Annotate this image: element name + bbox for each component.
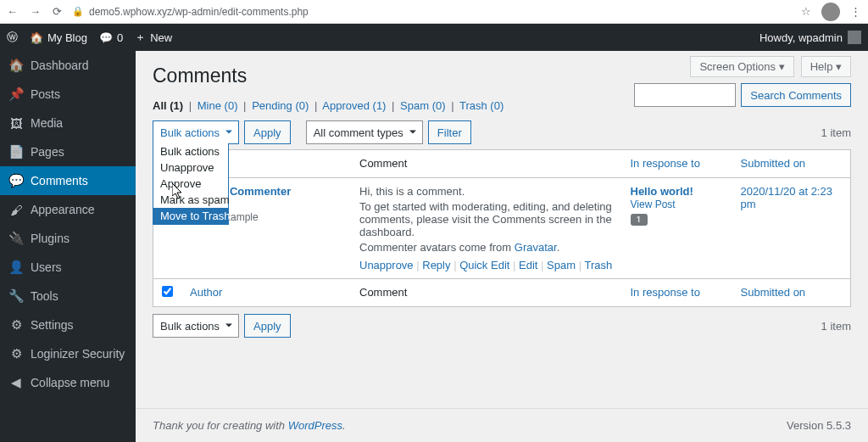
users-icon: 👤 <box>8 260 24 275</box>
wp-link[interactable]: WordPress <box>288 419 342 432</box>
bulk-option-unapprove[interactable]: Unapprove <box>153 159 228 176</box>
settings-icon: ⚙ <box>8 317 24 333</box>
col-comment[interactable]: Comment <box>351 150 622 178</box>
posts-icon: 📌 <box>8 87 24 102</box>
sidebar-item-comments[interactable]: 💬Comments <box>0 166 136 195</box>
select-all-bottom[interactable] <box>162 286 173 297</box>
action-reply[interactable]: Reply <box>422 259 450 271</box>
bulk-option-approve[interactable]: Approve <box>153 176 228 192</box>
sidebar-item-posts[interactable]: 📌Posts <box>0 80 136 109</box>
sidebar-item-tools[interactable]: 🔧Tools <box>0 282 136 311</box>
screen-options-button[interactable]: Screen Options ▾ <box>690 56 793 77</box>
collapse-icon: ◀ <box>8 375 24 390</box>
filter-pending[interactable]: Pending (0) <box>252 99 309 112</box>
sidebar-item-pages[interactable]: 📄Pages <box>0 137 136 166</box>
admin-footer: Thank you for creating with WordPress. V… <box>136 408 868 442</box>
user-avatar[interactable] <box>848 31 861 44</box>
comments-bubble[interactable]: 💬 0 <box>99 31 123 44</box>
sidebar-item-plugins[interactable]: 🔌Plugins <box>0 224 136 253</box>
content-area: Screen Options ▾ Help ▾ Comments Search … <box>136 51 868 442</box>
profile-icon[interactable] <box>821 3 840 21</box>
action-spam[interactable]: Spam <box>547 259 576 271</box>
filter-approved[interactable]: Approved (1) <box>322 99 386 112</box>
action-quickedit[interactable]: Quick Edit <box>459 259 509 271</box>
comments-table: Author Comment In response to Submitted … <box>153 149 851 307</box>
back-icon[interactable]: ← <box>7 5 18 18</box>
sidebar-item-settings[interactable]: ⚙Settings <box>0 311 136 339</box>
sidebar-item-media[interactable]: 🖼Media <box>0 109 136 137</box>
site-link[interactable]: 🏠 My Blog <box>30 31 87 44</box>
plugins-icon: 🔌 <box>8 231 24 246</box>
help-button[interactable]: Help ▾ <box>801 56 851 77</box>
comment-text-2: To get started with moderating, editing,… <box>359 200 614 238</box>
col-author-foot[interactable]: Author <box>181 279 351 307</box>
comment-text-3: Commenter avatars come from Gravatar. <box>359 241 614 254</box>
reload-icon[interactable]: ⟳ <box>53 5 62 18</box>
bulk-actions-dropdown: Bulk actions Unapprove Approve Mark as s… <box>153 143 229 225</box>
items-count-top: 1 item <box>821 126 851 139</box>
apply-button-top[interactable]: Apply <box>244 120 291 144</box>
sidebar-item-users[interactable]: 👤Users <box>0 253 136 282</box>
filter-all[interactable]: All (1) <box>153 99 183 112</box>
filter-button[interactable]: Filter <box>428 120 471 144</box>
pages-icon: 📄 <box>8 144 24 159</box>
apply-button-bottom[interactable]: Apply <box>244 314 291 338</box>
browser-bar: ← → ⟳ 🔒 demo5.wphow.xyz/wp-admin/edit-co… <box>0 0 868 24</box>
filter-trash[interactable]: Trash (0) <box>459 99 504 112</box>
media-icon: 🖼 <box>8 115 24 131</box>
search-input[interactable] <box>634 83 736 107</box>
version-text: Version 5.5.3 <box>787 419 851 432</box>
dashboard-icon: 🏠 <box>8 58 24 73</box>
howdy-text[interactable]: Howdy, wpadmin <box>760 31 843 44</box>
col-response-foot[interactable]: In response to <box>622 279 732 307</box>
col-response[interactable]: In response to <box>622 150 732 178</box>
filter-spam[interactable]: Spam (0) <box>400 99 445 112</box>
bulk-option-bulk[interactable]: Bulk actions <box>153 143 228 159</box>
action-edit[interactable]: Edit <box>519 259 537 271</box>
sidebar-item-dashboard[interactable]: 🏠Dashboard <box>0 51 136 80</box>
bulk-option-trash[interactable]: Move to Trash <box>153 208 228 224</box>
bulk-actions-select-top[interactable]: Bulk actions <box>153 120 239 144</box>
sidebar-item-loginizer[interactable]: ⚙Loginizer Security <box>0 339 136 368</box>
filter-mine[interactable]: Mine (0) <box>198 99 238 112</box>
comment-date[interactable]: 2020/11/20 at 2:23 pm <box>741 185 832 210</box>
comment-types-select[interactable]: All comment types <box>306 120 423 144</box>
admin-sidebar: 🏠Dashboard 📌Posts 🖼Media 📄Pages 💬Comment… <box>0 51 136 442</box>
sidebar-collapse[interactable]: ◀Collapse menu <box>0 368 136 397</box>
menu-icon[interactable]: ⋮ <box>850 5 861 18</box>
new-content[interactable]: ＋ New <box>135 30 172 45</box>
bulk-actions-select-bottom[interactable]: Bulk actions <box>153 314 239 338</box>
wp-admin-bar: ⓦ 🏠 My Blog 💬 0 ＋ New Howdy, wpadmin <box>0 24 868 51</box>
response-count-bubble: 1 <box>631 214 648 226</box>
response-post-link[interactable]: Hello world! <box>631 185 693 198</box>
col-date[interactable]: Submitted on <box>732 150 851 178</box>
action-unapprove[interactable]: Unapprove <box>359 259 414 271</box>
search-comments-button[interactable]: Search Comments <box>741 83 851 107</box>
row-actions: Unapprove | Reply | Quick Edit | Edit | … <box>359 259 614 271</box>
table-row: dPress Commenter ress.org ipress.example… <box>153 178 851 279</box>
bulk-option-spam[interactable]: Mark as spam <box>153 192 228 208</box>
forward-icon[interactable]: → <box>30 5 41 18</box>
col-date-foot[interactable]: Submitted on <box>732 279 851 307</box>
star-icon[interactable]: ☆ <box>801 5 811 18</box>
comment-text-1: Hi, this is a comment. <box>359 185 614 198</box>
col-comment-foot[interactable]: Comment <box>351 279 622 307</box>
url-text: demo5.wphow.xyz/wp-admin/edit-comments.p… <box>89 6 309 18</box>
lock-icon: 🔒 <box>72 6 84 17</box>
tools-icon: 🔧 <box>8 288 24 304</box>
comments-icon: 💬 <box>8 173 24 188</box>
gravatar-link[interactable]: Gravatar <box>515 241 557 254</box>
wp-logo[interactable]: ⓦ <box>7 30 18 45</box>
appearance-icon: 🖌 <box>8 202 24 217</box>
gear-icon: ⚙ <box>8 346 24 361</box>
action-trash[interactable]: Trash <box>584 259 612 271</box>
view-post-link[interactable]: View Post <box>631 199 676 210</box>
sidebar-item-appearance[interactable]: 🖌Appearance <box>0 195 136 224</box>
items-count-bottom: 1 item <box>821 320 851 333</box>
